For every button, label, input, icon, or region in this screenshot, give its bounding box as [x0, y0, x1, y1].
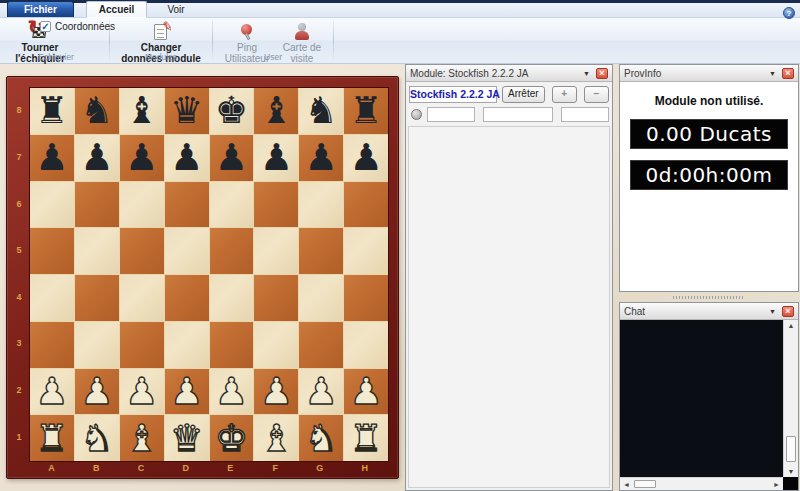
square-e5[interactable]	[210, 228, 254, 274]
square-e6[interactable]	[210, 182, 254, 228]
tab-fichier[interactable]: Fichier	[7, 1, 74, 17]
square-b5[interactable]	[75, 228, 119, 274]
engine-panel-titlebar[interactable]: Module: Stockfish 2.2.2 JA ▼ ×	[406, 65, 612, 82]
piece-black-rook[interactable]: ♜	[349, 92, 382, 129]
piece-black-pawn[interactable]: ♟	[305, 139, 338, 176]
square-f6[interactable]	[254, 182, 298, 228]
piece-black-pawn[interactable]: ♟	[349, 139, 382, 176]
square-d1[interactable]: ♛	[165, 415, 209, 461]
square-g8[interactable]: ♞	[299, 88, 343, 134]
square-f8[interactable]: ♝	[254, 88, 298, 134]
engine-name-button[interactable]: Stockfish 2.2.2 JA	[409, 86, 497, 103]
square-a2[interactable]: ♟	[30, 369, 74, 415]
square-c7[interactable]: ♟	[120, 135, 164, 181]
piece-white-rook[interactable]: ♜	[349, 420, 382, 457]
piece-black-knight[interactable]: ♞	[80, 92, 113, 129]
square-c4[interactable]	[120, 275, 164, 321]
square-b3[interactable]	[75, 322, 119, 368]
square-g2[interactable]: ♟	[299, 369, 343, 415]
square-b8[interactable]: ♞	[75, 88, 119, 134]
square-c5[interactable]	[120, 228, 164, 274]
square-g3[interactable]	[299, 322, 343, 368]
piece-black-pawn[interactable]: ♟	[125, 139, 158, 176]
square-f3[interactable]	[254, 322, 298, 368]
scrollbar-thumb[interactable]	[634, 480, 656, 488]
square-a4[interactable]	[30, 275, 74, 321]
tab-voir[interactable]: Voir	[155, 2, 196, 17]
piece-white-pawn[interactable]: ♟	[215, 373, 248, 410]
square-h4[interactable]	[344, 275, 388, 321]
square-e1[interactable]: ♚	[210, 415, 254, 461]
square-d2[interactable]: ♟	[165, 369, 209, 415]
piece-white-pawn[interactable]: ♟	[125, 373, 158, 410]
piece-white-pawn[interactable]: ♟	[260, 373, 293, 410]
panel-close-icon[interactable]: ×	[782, 306, 794, 317]
square-e8[interactable]: ♚	[210, 88, 254, 134]
square-c6[interactable]	[120, 182, 164, 228]
scroll-right-icon[interactable]: ►	[773, 481, 780, 488]
square-c2[interactable]: ♟	[120, 369, 164, 415]
piece-white-pawn[interactable]: ♟	[35, 373, 68, 410]
square-g4[interactable]	[299, 275, 343, 321]
piece-black-king[interactable]: ♚	[215, 92, 248, 129]
piece-black-pawn[interactable]: ♟	[35, 139, 68, 176]
piece-white-pawn[interactable]: ♟	[349, 373, 382, 410]
square-g7[interactable]: ♟	[299, 135, 343, 181]
square-f1[interactable]: ♝	[254, 415, 298, 461]
square-d3[interactable]	[165, 322, 209, 368]
square-b7[interactable]: ♟	[75, 135, 119, 181]
piece-white-knight[interactable]: ♞	[80, 420, 113, 457]
square-f7[interactable]: ♟	[254, 135, 298, 181]
square-c3[interactable]	[120, 322, 164, 368]
tab-accueil[interactable]: Accueil	[86, 1, 148, 18]
square-a8[interactable]: ♜	[30, 88, 74, 134]
square-h5[interactable]	[344, 228, 388, 274]
square-g1[interactable]: ♞	[299, 415, 343, 461]
piece-white-knight[interactable]: ♞	[305, 420, 338, 457]
square-f4[interactable]	[254, 275, 298, 321]
square-a6[interactable]	[30, 182, 74, 228]
piece-black-pawn[interactable]: ♟	[170, 139, 203, 176]
add-line-button[interactable]: +	[552, 86, 577, 103]
square-b2[interactable]: ♟	[75, 369, 119, 415]
square-h8[interactable]: ♜	[344, 88, 388, 134]
square-e3[interactable]	[210, 322, 254, 368]
piece-white-bishop[interactable]: ♝	[260, 420, 293, 457]
piece-black-pawn[interactable]: ♟	[80, 139, 113, 176]
square-b4[interactable]	[75, 275, 119, 321]
square-a7[interactable]: ♟	[30, 135, 74, 181]
piece-black-bishop[interactable]: ♝	[260, 92, 293, 129]
panel-dropdown-icon[interactable]: ▼	[583, 70, 590, 77]
engine-output-area[interactable]	[408, 126, 610, 488]
square-e2[interactable]: ♟	[210, 369, 254, 415]
help-icon[interactable]: ?	[783, 7, 795, 19]
square-h7[interactable]: ♟	[344, 135, 388, 181]
piece-black-knight[interactable]: ♞	[305, 92, 338, 129]
piece-white-pawn[interactable]: ♟	[80, 373, 113, 410]
piece-black-queen[interactable]: ♛	[170, 92, 203, 129]
square-d5[interactable]	[165, 228, 209, 274]
panel-dropdown-icon[interactable]: ▼	[769, 70, 776, 77]
piece-black-pawn[interactable]: ♟	[260, 139, 293, 176]
square-g6[interactable]	[299, 182, 343, 228]
scroll-left-icon[interactable]: ◄	[623, 481, 630, 488]
stop-engine-button[interactable]: Arrêter	[502, 86, 545, 103]
square-a3[interactable]	[30, 322, 74, 368]
square-b6[interactable]	[75, 182, 119, 228]
panel-close-icon[interactable]: ×	[782, 68, 794, 79]
square-g5[interactable]	[299, 228, 343, 274]
square-a5[interactable]	[30, 228, 74, 274]
chat-messages-area[interactable]: ▲ ▼ ◄ ►	[620, 320, 798, 490]
piece-white-pawn[interactable]: ♟	[170, 373, 203, 410]
square-b1[interactable]: ♞	[75, 415, 119, 461]
coordinates-checkbox[interactable]: ✓ Coordonnées	[40, 21, 115, 32]
provinfo-titlebar[interactable]: ProvInfo ▼ ×	[620, 65, 798, 82]
chat-horizontal-scrollbar[interactable]: ◄ ►	[620, 477, 783, 490]
piece-white-queen[interactable]: ♛	[170, 420, 203, 457]
panel-dropdown-icon[interactable]: ▼	[769, 308, 776, 315]
square-h3[interactable]	[344, 322, 388, 368]
chat-titlebar[interactable]: Chat ▼ ×	[620, 303, 798, 320]
square-d4[interactable]	[165, 275, 209, 321]
square-h2[interactable]: ♟	[344, 369, 388, 415]
piece-white-king[interactable]: ♚	[215, 420, 248, 457]
